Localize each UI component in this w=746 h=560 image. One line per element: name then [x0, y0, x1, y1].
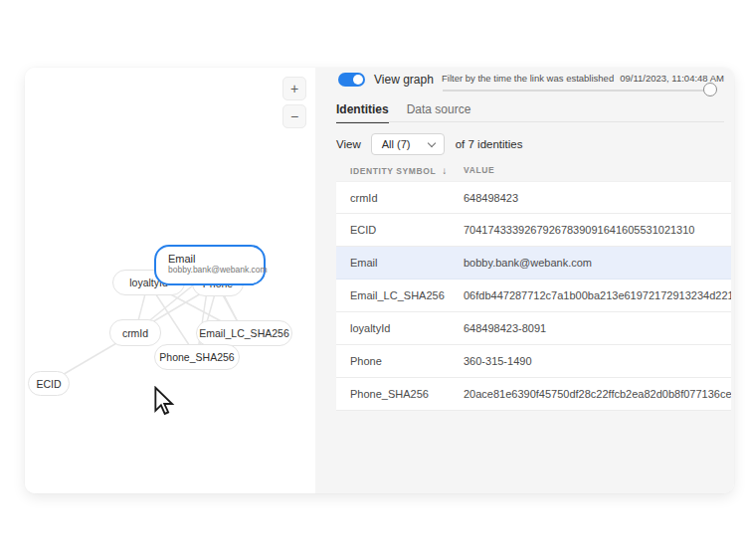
identity-filter-dropdown[interactable]: All (7) — [371, 133, 445, 155]
panel-tabs: Identities Data source — [336, 102, 470, 123]
time-filter-label: Filter by the time the link was establis… — [442, 73, 614, 84]
table-row[interactable]: Phone_SHA256 20ace81e6390f45750df28c22ff… — [336, 378, 731, 411]
view-label: View — [336, 138, 361, 150]
zoom-controls: + − — [282, 77, 306, 128]
time-filter-slider-handle[interactable] — [703, 83, 717, 96]
view-graph-label: View graph — [374, 73, 434, 87]
identities-side-panel: View graph Filter by the time the link w… — [315, 68, 734, 493]
zoom-in-button[interactable]: + — [282, 77, 306, 100]
graph-node-crmid[interactable]: crmId — [109, 319, 161, 346]
identity-value-cell: bobby.bank@webank.com — [464, 257, 731, 269]
dropdown-selected-value: All (7) — [382, 138, 411, 150]
column-header-value: VALUE — [464, 165, 494, 176]
graph-panel: + − Phone loyaltyId crmId Email_LC_SHA25… — [25, 68, 315, 493]
view-filter-row: View All (7) of 7 identities — [336, 133, 522, 155]
chevron-down-icon — [427, 138, 435, 146]
selected-node-label: Email — [168, 253, 252, 265]
tabs-divider — [336, 121, 724, 122]
identity-symbol-cell: loyaltyId — [336, 322, 464, 334]
identities-table: crmId 648498423 ECID 7041743339267926783… — [336, 181, 731, 411]
plus-icon: + — [290, 82, 298, 95]
table-row[interactable]: loyaltyId 648498423-8091 — [336, 312, 731, 345]
tab-data-source[interactable]: Data source — [407, 102, 471, 123]
minus-icon: − — [290, 109, 298, 123]
graph-node-email-lc-sha256[interactable]: Email_LC_SHA256 — [196, 320, 292, 346]
identity-symbol-cell: Email_LC_SHA256 — [336, 289, 464, 301]
table-row[interactable]: ECID 70417433392679267839091641605531021… — [336, 214, 731, 247]
identity-symbol-cell: ECID — [336, 224, 464, 236]
selected-node-value: bobby.bank@webank.com — [168, 265, 252, 276]
table-row-selected[interactable]: Email bobby.bank@webank.com — [336, 247, 731, 280]
table-row[interactable]: Phone 360-315-1490 — [336, 345, 731, 378]
identity-symbol-header-label: IDENTITY SYMBOL — [350, 166, 436, 176]
identity-symbol-cell: crmId — [336, 192, 464, 204]
graph-node-ecid[interactable]: ECID — [28, 371, 70, 396]
identity-value-cell: 06fdb447287712c7a1b00ba213e6197217291323… — [464, 289, 731, 301]
tab-identities[interactable]: Identities — [336, 102, 389, 123]
mouse-cursor-icon — [152, 386, 176, 416]
identity-value-cell: 20ace81e6390f45750df28c22ffcb2ea82d0b8f0… — [464, 388, 731, 400]
identity-symbol-cell: Phone — [336, 355, 464, 367]
identity-value-cell: 70417433392679267839091641605531021310 — [464, 224, 731, 236]
identity-symbol-cell: Email — [336, 257, 464, 269]
identity-symbol-cell: Phone_SHA256 — [336, 388, 464, 400]
table-row[interactable]: Email_LC_SHA256 06fdb447287712c7a1b00ba2… — [336, 280, 731, 312]
identity-value-cell: 648498423-8091 — [464, 322, 731, 334]
identity-graph-card: + − Phone loyaltyId crmId Email_LC_SHA25… — [25, 68, 734, 493]
identities-count-label: of 7 identities — [456, 138, 523, 150]
table-row[interactable]: crmId 648498423 — [336, 181, 731, 214]
graph-node-email-selected[interactable]: Email bobby.bank@webank.com — [154, 245, 266, 285]
table-header-row: IDENTITY SYMBOL ↓ VALUE — [350, 165, 720, 176]
zoom-out-button[interactable]: − — [282, 104, 306, 128]
identity-value-cell: 648498423 — [464, 192, 731, 204]
column-header-identity-symbol[interactable]: IDENTITY SYMBOL ↓ — [350, 165, 464, 176]
view-graph-toggle-row: View graph — [338, 73, 434, 87]
graph-node-phone-sha256[interactable]: Phone_SHA256 — [154, 344, 240, 370]
sort-descending-icon: ↓ — [442, 165, 447, 176]
identity-value-cell: 360-315-1490 — [464, 355, 731, 367]
view-graph-toggle[interactable] — [338, 73, 365, 87]
time-filter-slider-track[interactable] — [443, 90, 706, 92]
